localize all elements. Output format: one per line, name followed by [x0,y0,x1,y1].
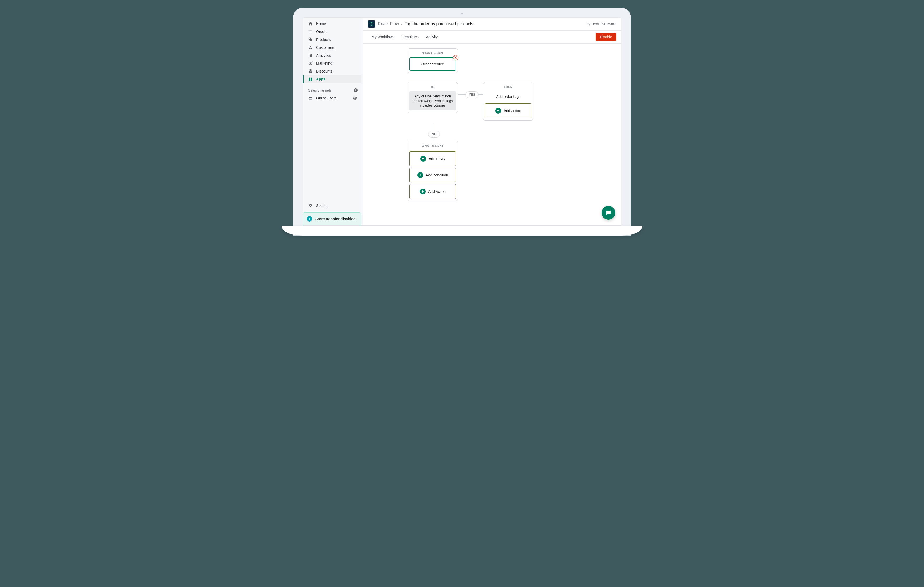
add-action-button[interactable]: + Add action [485,104,531,118]
svg-rect-4 [311,54,312,57]
sidebar: Home Orders Products Customers Analytics [303,18,363,225]
svg-rect-13 [311,79,312,81]
plus-icon: + [495,108,501,113]
node-whats-next: WHAT`S NEXT + Add delay + Add condition … [408,141,458,201]
svg-point-17 [371,22,372,23]
nav-item-discounts[interactable]: Discounts [304,67,361,75]
nav-item-customers[interactable]: Customers [304,43,361,51]
svg-rect-12 [309,79,310,81]
device-base [282,226,642,236]
plus-icon: + [420,189,426,194]
apps-icon [308,77,313,82]
svg-point-9 [311,72,312,72]
main-content: React Flow / Tag the order by purchased … [363,18,621,225]
disable-button[interactable]: Disable [596,33,616,41]
sidebar-section-header: Sales channels [303,83,363,94]
svg-rect-0 [309,30,312,33]
nav-item-products[interactable]: Products [304,36,361,43]
svg-point-24 [373,25,373,26]
button-label: Add condition [426,173,448,177]
svg-rect-2 [309,55,310,57]
nav-label: Products [316,38,331,42]
nav-label: Home [316,21,326,26]
svg-rect-11 [311,77,312,79]
button-label: Add delay [429,157,445,161]
add-channel-icon[interactable] [353,88,358,92]
tab-activity[interactable]: Activity [422,31,441,43]
nav-item-marketing[interactable]: Marketing [304,59,361,67]
svg-point-19 [370,24,370,24]
camera-dot [461,13,463,14]
button-label: Add action [428,189,446,194]
info-icon: i [307,216,312,222]
svg-point-1 [310,46,311,48]
yes-label: YES [465,91,478,98]
add-condition-button[interactable]: + Add condition [409,168,456,183]
view-store-icon[interactable] [353,96,358,100]
info-banner[interactable]: i Store transfer disabled [303,212,361,225]
nav-label: Apps [316,77,325,81]
svg-point-23 [371,25,372,26]
store-icon [308,96,313,100]
nav-item-home[interactable]: Home [304,20,361,28]
svg-point-18 [373,22,373,23]
app-screen: Home Orders Products Customers Analytics [303,17,621,226]
add-action-button[interactable]: + Add action [409,184,456,199]
svg-point-22 [370,25,370,26]
condition-box[interactable]: Any of Line items match the following: P… [409,91,456,110]
nav-item-settings[interactable]: Settings [303,201,363,211]
node-header: IF [408,82,457,91]
nav-item-apps[interactable]: Apps [303,75,361,83]
analytics-icon [308,53,313,58]
workflow-canvas[interactable]: START WHEN Order created IF An [363,43,621,225]
connector [433,75,433,82]
chat-fab[interactable] [602,206,615,220]
node-header: THEN [483,82,533,91]
add-delay-button[interactable]: + Add delay [409,151,456,166]
device-frame: Home Orders Products Customers Analytics [293,8,631,236]
gear-icon [308,203,313,208]
tab-my-workflows[interactable]: My Workflows [368,31,398,43]
node-start: START WHEN Order created [408,48,458,73]
settings-label: Settings [316,204,330,208]
app-logo-icon [368,20,375,28]
svg-rect-3 [310,54,310,57]
discounts-icon [308,69,313,74]
remove-trigger-button[interactable] [453,55,458,61]
trigger-box[interactable]: Order created [409,58,456,71]
nav-item-online-store[interactable]: Online Store [304,94,361,102]
breadcrumb-app[interactable]: React Flow [378,21,399,26]
svg-point-6 [310,63,311,64]
then-action-text[interactable]: Add order tags [485,91,531,102]
nav-label: Analytics [316,53,331,58]
plus-icon: + [420,156,426,162]
nav-label: Customers [316,45,334,49]
tabbar: My Workflows Templates Activity Disable [363,31,621,43]
customers-icon [308,45,313,50]
nav-label: Orders [316,30,327,34]
svg-rect-10 [309,77,310,79]
svg-point-8 [310,70,310,71]
byline: by DevIT.Software [586,22,616,26]
breadcrumb-separator: / [401,21,402,26]
section-label: Sales channels [308,88,332,92]
svg-point-15 [355,97,356,99]
tab-templates[interactable]: Templates [398,31,422,43]
nav-label: Online Store [316,96,337,100]
breadcrumb-title: Tag the order by purchased products [404,21,474,26]
trigger-label: Order created [421,62,444,66]
nav-item-analytics[interactable]: Analytics [304,51,361,59]
breadcrumb: React Flow / Tag the order by purchased … [378,21,474,26]
marketing-icon [308,61,313,66]
node-if: IF Any of Line items match the following… [408,82,458,113]
nav-item-orders[interactable]: Orders [304,28,361,36]
svg-point-21 [373,24,373,24]
orders-icon [308,29,313,34]
nav-label: Marketing [316,61,332,66]
chat-icon [605,210,612,216]
products-icon [308,37,313,42]
banner-text: Store transfer disabled [315,217,356,221]
channel-list: Online Store [303,94,363,102]
svg-point-16 [370,22,370,23]
button-label: Add action [504,109,521,113]
